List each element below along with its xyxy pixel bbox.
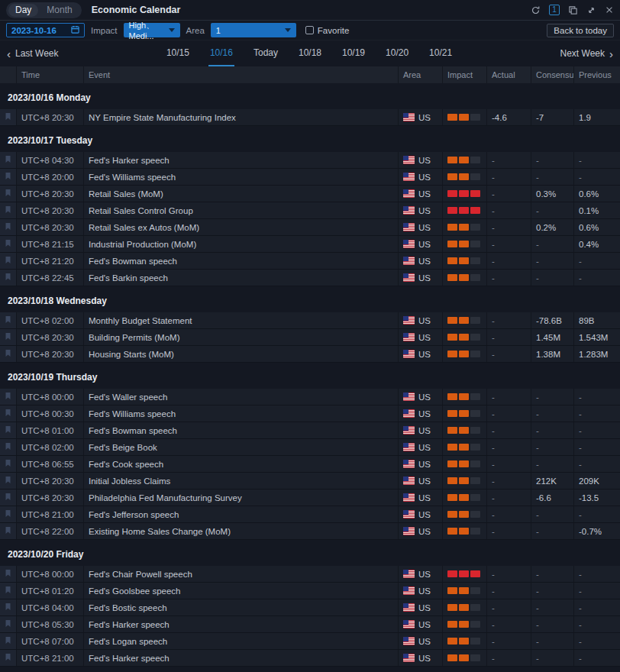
view-toggle-day[interactable]: Day	[8, 4, 38, 17]
bookmark-cell[interactable]	[0, 583, 17, 599]
bookmark-icon[interactable]	[5, 392, 11, 402]
bookmark-cell[interactable]	[0, 616, 17, 632]
week-tab-10-20[interactable]: 10/20	[384, 40, 410, 66]
bookmark-cell[interactable]	[0, 219, 17, 235]
event-time: UTC+8 20:30	[17, 109, 84, 125]
event-title: Retail Sales ex Autos (MoM)	[84, 219, 399, 235]
bookmark-icon[interactable]	[5, 273, 11, 283]
week-tab-10-16[interactable]: 10/16	[208, 40, 234, 66]
event-impact	[443, 312, 487, 328]
bookmark-cell[interactable]	[0, 152, 17, 168]
bookmark-cell[interactable]	[0, 599, 17, 615]
bookmark-icon[interactable]	[5, 569, 11, 579]
week-tab-10-21[interactable]: 10/21	[428, 40, 454, 66]
event-row: UTC+8 20:30Retail Sales ex Autos (MoM)US…	[0, 219, 620, 236]
window-count-badge[interactable]: 1	[549, 5, 560, 15]
bookmark-cell[interactable]	[0, 169, 17, 185]
event-area: US	[399, 329, 443, 345]
bookmark-cell[interactable]	[0, 389, 17, 405]
event-previous: 1.543M	[574, 329, 620, 345]
impact-cell	[459, 410, 469, 417]
bookmark-cell[interactable]	[0, 456, 17, 472]
bookmark-icon[interactable]	[5, 409, 11, 418]
bookmark-cell[interactable]	[0, 523, 17, 539]
bookmark-icon[interactable]	[5, 603, 11, 612]
bookmark-icon[interactable]	[5, 476, 11, 486]
bookmark-cell[interactable]	[0, 312, 17, 328]
week-tab-10-19[interactable]: 10/19	[341, 40, 367, 66]
impact-cell	[459, 173, 469, 180]
week-tab-Today[interactable]: Today	[252, 40, 279, 66]
bookmark-cell[interactable]	[0, 506, 17, 522]
event-previous: -	[574, 650, 620, 666]
bookmark-cell[interactable]	[0, 473, 17, 489]
area-code: US	[418, 477, 431, 486]
bookmark-icon[interactable]	[5, 332, 11, 342]
bookmark-cell[interactable]	[0, 633, 17, 649]
bookmark-icon[interactable]	[5, 349, 11, 359]
bookmark-cell[interactable]	[0, 186, 17, 202]
event-consensus: -	[531, 566, 574, 582]
impact-indicator-medium	[447, 477, 480, 484]
next-week-button[interactable]: Next Week ›	[560, 40, 613, 66]
bookmark-icon[interactable]	[5, 442, 11, 452]
bookmark-cell[interactable]	[0, 405, 17, 422]
impact-cell	[470, 157, 480, 163]
bookmark-icon[interactable]	[5, 653, 11, 663]
bookmark-icon[interactable]	[5, 636, 11, 646]
bookmark-cell[interactable]	[0, 253, 17, 269]
bookmark-icon[interactable]	[5, 172, 11, 182]
bookmark-icon[interactable]	[5, 189, 11, 199]
impact-select[interactable]: High、Medi...	[124, 23, 180, 37]
event-actual: -	[487, 236, 531, 252]
week-tab-10-18[interactable]: 10/18	[297, 40, 323, 66]
back-to-today-button[interactable]: Back to today	[547, 24, 614, 37]
impact-cell	[459, 570, 469, 577]
favorite-checkbox[interactable]	[305, 26, 314, 34]
bookmark-cell[interactable]	[0, 650, 17, 666]
bookmark-icon[interactable]	[5, 509, 11, 519]
duplicate-icon[interactable]	[568, 5, 578, 15]
bookmark-icon[interactable]	[5, 315, 11, 325]
bookmark-cell[interactable]	[0, 202, 17, 218]
bookmark-cell[interactable]	[0, 439, 17, 455]
bookmark-cell[interactable]	[0, 489, 17, 506]
bookmark-cell[interactable]	[0, 329, 17, 345]
impact-cell	[447, 393, 457, 400]
bookmark-cell[interactable]	[0, 346, 17, 362]
bookmark-cell[interactable]	[0, 422, 17, 438]
area-code: US	[418, 426, 431, 435]
bookmark-cell[interactable]	[0, 566, 17, 582]
bookmark-icon[interactable]	[5, 526, 11, 536]
event-title: Initial Jobless Claims	[84, 473, 399, 489]
bookmark-cell[interactable]	[0, 270, 17, 286]
refresh-icon[interactable]	[531, 5, 541, 15]
bookmark-cell[interactable]	[0, 236, 17, 252]
impact-cell	[459, 460, 469, 467]
impact-cell	[459, 621, 469, 628]
calendar-icon	[71, 25, 79, 35]
bookmark-icon[interactable]	[5, 459, 11, 469]
favorite-checkbox-wrap[interactable]: Favorite	[305, 26, 350, 35]
bookmark-icon[interactable]	[5, 493, 11, 502]
bookmark-icon[interactable]	[5, 155, 11, 165]
bookmark-icon[interactable]	[5, 112, 11, 122]
view-toggle-month[interactable]: Month	[40, 4, 79, 17]
week-tab-10-15[interactable]: 10/15	[165, 40, 191, 66]
bookmark-icon[interactable]	[5, 239, 11, 249]
event-area: US	[399, 109, 443, 125]
bookmark-icon[interactable]	[5, 256, 11, 266]
expand-icon[interactable]	[586, 5, 596, 15]
bookmark-cell[interactable]	[0, 109, 17, 125]
event-row: UTC+8 04:30Fed's Harker speechUS---	[0, 152, 620, 169]
bookmark-icon[interactable]	[5, 425, 11, 435]
bookmark-icon[interactable]	[5, 222, 11, 232]
close-icon[interactable]	[605, 5, 614, 15]
bookmark-icon[interactable]	[5, 586, 11, 596]
area-select[interactable]: 1	[211, 23, 296, 37]
bookmark-icon[interactable]	[5, 205, 11, 215]
last-week-button[interactable]: ‹ Last Week	[7, 40, 58, 66]
event-row: UTC+8 20:30Retail Sales (MoM)US-0.3%0.6%	[0, 186, 620, 202]
bookmark-icon[interactable]	[5, 619, 11, 629]
date-picker-input[interactable]: 2023-10-16	[6, 23, 85, 37]
